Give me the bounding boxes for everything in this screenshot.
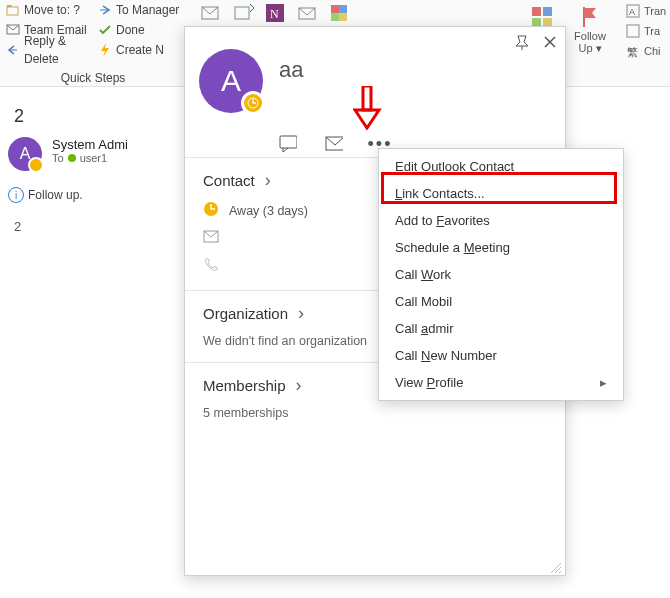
pin-button[interactable] [513, 33, 531, 51]
lightning-icon [98, 43, 112, 57]
presence-available-icon [68, 154, 76, 162]
svg-rect-10 [339, 13, 347, 21]
qs-label: To Manager [116, 1, 179, 19]
presence-text: Away (3 days) [229, 204, 308, 218]
translate2-button[interactable]: Tra [626, 22, 670, 40]
reply-icon [6, 43, 20, 57]
mail-icon [6, 23, 20, 37]
close-button[interactable] [541, 33, 559, 51]
email-button[interactable] [325, 135, 343, 153]
rules-icon[interactable] [200, 2, 222, 24]
svg-rect-20 [280, 136, 297, 148]
pin-icon [514, 34, 530, 50]
onenote-icon[interactable]: N [264, 2, 286, 24]
qs-label: Done [116, 21, 145, 39]
svg-rect-11 [532, 7, 541, 16]
thread-count: 2 [4, 213, 182, 240]
followup-button[interactable]: FollowUp ▾ [568, 0, 612, 68]
menu-item-call-admir[interactable]: Call admir [379, 315, 623, 342]
qs-create-new[interactable]: Create N [96, 40, 182, 60]
message-item[interactable]: A System Admi To user1 [4, 133, 182, 181]
qs-reply-delete[interactable]: Reply & Delete [4, 40, 96, 60]
im-button[interactable] [279, 135, 297, 153]
followup-line: i Follow up. [8, 187, 182, 203]
group-label: Quick Steps [4, 70, 182, 86]
qs-done[interactable]: Done [96, 20, 182, 40]
svg-text:繁: 繁 [627, 46, 638, 58]
ribbon-overflow-icons: N [200, 2, 350, 24]
svg-rect-0 [7, 7, 18, 15]
qs-move-to[interactable]: Move to: ? [4, 0, 96, 20]
menu-item-link-contacts[interactable]: Link Contacts... [379, 180, 623, 207]
menu-item-add-to-favorites[interactable]: Add to Favorites [379, 207, 623, 234]
categorize-icon [520, 0, 564, 28]
translate-button[interactable]: A Tran [626, 2, 670, 20]
translate-icon: A [626, 4, 640, 18]
submenu-arrow-icon: ▸ [600, 375, 607, 390]
svg-rect-8 [339, 5, 347, 13]
date-group-header: 2 [4, 100, 182, 133]
message-list: 2 A System Admi To user1 i Follow up. 2 [4, 100, 182, 240]
phone-icon [203, 257, 219, 276]
context-menu: Edit Outlook ContactLink Contacts...Add … [378, 148, 624, 401]
svg-rect-3 [235, 7, 249, 19]
svg-text:A: A [629, 7, 635, 17]
flag-icon [568, 0, 612, 28]
translate2-icon [626, 24, 640, 38]
chat-icon [279, 135, 297, 153]
chevron-right-icon [296, 375, 302, 396]
svg-text:N: N [270, 7, 279, 21]
chinese-icon: 繁 [626, 44, 640, 58]
clock-icon [203, 201, 219, 220]
menu-item-call-mobil[interactable]: Call Mobil [379, 288, 623, 315]
avatar: A [8, 137, 42, 171]
message-from: System Admi [52, 137, 178, 152]
big-avatar: A [199, 49, 263, 113]
move-icon[interactable] [232, 2, 254, 24]
mail-icon [325, 136, 343, 152]
mail-small-icon [203, 230, 219, 247]
categorize-small-icon[interactable] [328, 2, 350, 24]
qs-label: Create N [116, 41, 164, 59]
menu-item-call-new-number[interactable]: Call New Number [379, 342, 623, 369]
forward-icon [98, 3, 112, 17]
folder-move-icon [6, 3, 20, 17]
read-icon[interactable] [296, 2, 318, 24]
menu-item-view-profile[interactable]: View Profile▸ [379, 369, 623, 396]
to-value: user1 [80, 152, 108, 164]
svg-rect-12 [543, 7, 552, 16]
info-icon: i [8, 187, 24, 203]
svg-rect-9 [331, 13, 339, 21]
menu-item-call-work[interactable]: Call Work [379, 261, 623, 288]
resize-grip[interactable] [549, 561, 561, 573]
membership-body: 5 memberships [203, 406, 547, 420]
menu-item-schedule-a-meeting[interactable]: Schedule a Meeting [379, 234, 623, 261]
chevron-right-icon [298, 303, 304, 324]
presence-away-icon [28, 157, 44, 173]
chinese-button[interactable]: 繁 Chi [626, 42, 670, 60]
qs-label: Move to: ? [24, 1, 80, 19]
qs-to-manager[interactable]: To Manager [96, 0, 182, 20]
menu-item-edit-outlook-contact[interactable]: Edit Outlook Contact [379, 153, 623, 180]
check-icon [98, 23, 112, 37]
quick-steps-group: Move to: ? Team Email Reply & Delete To … [4, 0, 182, 86]
svg-rect-17 [627, 25, 639, 37]
contact-name: aa [279, 57, 303, 83]
svg-rect-7 [331, 5, 339, 13]
close-icon [543, 35, 557, 49]
qs-label: Reply & Delete [24, 32, 94, 68]
presence-away-icon [241, 91, 265, 115]
chevron-right-icon [265, 170, 271, 191]
to-label: To [52, 152, 64, 164]
